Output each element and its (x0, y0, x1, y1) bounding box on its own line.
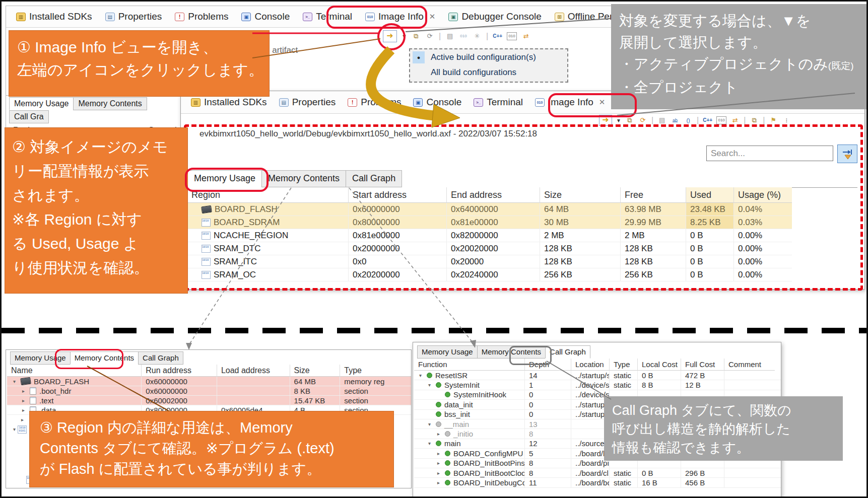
flag-icon[interactable]: ⚑ (769, 116, 778, 125)
tab-memory-usage[interactable]: Memory Usage (9, 97, 74, 110)
binary-view-icon[interactable]: 010 (507, 32, 517, 40)
tab-problems[interactable]: !Problems (348, 97, 401, 108)
tab-installed-sdks[interactable]: ▥Installed SDKs (16, 11, 92, 22)
file-binary-icon[interactable]: ▤ (445, 32, 454, 41)
cpp-icon[interactable]: C++ (493, 32, 502, 41)
refresh-icon[interactable]: ⟳ (638, 116, 647, 125)
chevron-right-icon[interactable]: ▸ (20, 407, 27, 413)
chevron-right-icon[interactable]: ▸ (435, 431, 442, 437)
console-icon: ▣ (413, 98, 423, 107)
tab-memory-usage[interactable]: Memory Usage (187, 170, 262, 187)
toolbar-separator: | (744, 116, 746, 125)
tab-problems[interactable]: !Problems (175, 11, 228, 22)
installed-sdks-icon: ▥ (191, 98, 201, 107)
ram-binary-icon: 1010 0101 (202, 219, 211, 227)
tab-memory-usage[interactable]: Memory Usage (10, 351, 71, 365)
build-config-target-icon[interactable]: ➜ (599, 115, 612, 126)
ram-binary-icon: 1010 0101 (202, 245, 211, 253)
chevron-down-icon[interactable]: ▾ (426, 421, 433, 427)
binary-search-icon[interactable]: 010 (459, 32, 468, 41)
tab-call-graph[interactable]: Call Graph (138, 351, 183, 365)
ram-binary-icon: 1010 0101 (18, 425, 27, 434)
table-row[interactable]: ▸.boot_hdr0x600000008 KBsection (7, 386, 411, 396)
pointer-icon[interactable]: ✳ (473, 32, 482, 41)
chevron-right-icon[interactable]: ▸ (435, 460, 442, 466)
tab-memory-contents[interactable]: Memory Contents (73, 97, 147, 110)
table-row[interactable]: 1010 0101NCACHE_REGION0x81e000000x820000… (187, 229, 792, 242)
overflow-menu-icon[interactable]: ⁝ (782, 116, 791, 125)
chevron-down-icon[interactable]: ▾ (11, 379, 18, 384)
view-tabbar: ▥Installed SDKs ▤Properties !Problems ▣C… (6, 6, 613, 28)
chevron-right-icon[interactable]: ▸ (435, 480, 442, 485)
table-row[interactable]: ▾SystemInit1../device/sy...static8 B12 B (414, 380, 781, 390)
filter-search-button[interactable] (837, 145, 857, 163)
filter-arrow-icon (842, 149, 853, 160)
text-search-icon[interactable]: a̲b̲ (671, 116, 680, 125)
file-binary-icon[interactable]: ▤ (657, 116, 666, 125)
symbols-icon[interactable]: () (684, 116, 693, 125)
dropdown-arrow-icon[interactable]: ▼ (616, 118, 621, 123)
chevron-right-icon[interactable]: ▸ (20, 398, 27, 403)
tab-memory-usage[interactable]: Memory Usage (417, 345, 478, 359)
table-row[interactable]: ▾ResetISR14../startup/s...static0 B472 B (414, 371, 781, 380)
table-row[interactable]: 1010 0101SRAM_OC0x202000000x20240000256 … (187, 268, 792, 281)
tab-properties[interactable]: ▤Properties (279, 97, 336, 108)
copy-icon[interactable]: ⧉ (412, 32, 421, 41)
table-row[interactable]: ▸.text0x6000200015.47 KBsection (7, 396, 411, 405)
function-dot-icon (445, 431, 450, 437)
chevron-right-icon[interactable]: ▸ (20, 388, 27, 394)
compare-icon[interactable]: ⇄ (521, 32, 530, 41)
chevron-right-icon[interactable]: ▸ (435, 451, 442, 456)
tab-properties[interactable]: ▤Properties (105, 11, 162, 22)
build-config-target-icon[interactable]: ➜ (383, 30, 397, 42)
function-dot-icon (445, 460, 450, 466)
menu-item-active-build[interactable]: ● Active build configuration(s) (410, 49, 567, 65)
table-row[interactable]: 1010 0101SRAM_DTC0x200000000x20020000128… (187, 242, 792, 255)
tab-call-graph[interactable]: Call Graph (346, 170, 402, 187)
chevron-down-icon[interactable]: ▾ (426, 441, 433, 446)
table-row[interactable]: ▸BOARD_InitDebugConso11../board/bo...sta… (414, 478, 781, 487)
search-input[interactable] (706, 146, 833, 161)
binary-view-icon[interactable]: 010 (716, 116, 726, 124)
chevron-right-icon[interactable]: ▸ (435, 470, 442, 476)
refresh-icon[interactable]: ⟳ (425, 32, 434, 41)
installed-sdks-icon: ▥ (16, 13, 26, 21)
chevron-down-icon[interactable]: ▾ (426, 382, 433, 388)
menu-item-all-build[interactable]: All build configurations (410, 65, 567, 80)
close-icon[interactable]: ✕ (429, 12, 436, 21)
tab-image-info[interactable]: 010Image Info✕ (365, 11, 435, 22)
function-dot-icon (445, 480, 450, 485)
tab-installed-sdks[interactable]: ▥Installed SDKs (191, 97, 267, 108)
tab-console[interactable]: ▣Console (241, 11, 290, 22)
tab-debugger-console[interactable]: ▣Debugger Console (448, 11, 541, 22)
dropdown-arrow-icon[interactable]: ▼ (402, 33, 407, 39)
tab-call-graph[interactable]: Call Gra (9, 110, 49, 123)
chevron-right-icon: ▸ (19, 417, 26, 422)
toolbar-separator: | (697, 116, 699, 125)
copy-icon[interactable]: ⧉ (625, 116, 634, 125)
tab-terminal[interactable]: >_Terminal (303, 11, 352, 22)
table-row[interactable]: ▸BOARD_InitBootClocks8../board/cl...stat… (414, 468, 781, 478)
section-icon (30, 387, 36, 395)
chevron-down-icon[interactable]: ▾ (417, 373, 424, 378)
table-row[interactable]: 1010 0101SRAM_ITC0x00x20000128 KB128 KB0… (187, 255, 792, 268)
tab-call-graph[interactable]: Call Graph (545, 345, 590, 359)
compare-icon[interactable]: ⇄ (730, 116, 740, 125)
function-dot-icon (436, 411, 441, 417)
tab-console[interactable]: ▣Console (413, 97, 461, 108)
function-dot-icon (445, 470, 450, 476)
tab-memory-contents[interactable]: Memory Contents (477, 345, 546, 359)
tab-memory-contents[interactable]: Memory Contents (70, 351, 139, 365)
tab-image-info[interactable]: 010Image Info✕ (535, 97, 605, 108)
toolbar-separator: | (486, 32, 488, 41)
tab-memory-contents[interactable]: Memory Contents (261, 170, 346, 187)
cpp-icon[interactable]: C++ (703, 116, 712, 125)
duplicate-icon[interactable]: ⧉ (750, 116, 759, 125)
table-row[interactable]: 1010 0101BOARD_SDRAM0x800000000x81e00000… (187, 216, 792, 229)
section-divider (2, 328, 868, 333)
function-dot-icon (445, 392, 450, 397)
tab-terminal[interactable]: >_Terminal (474, 97, 523, 108)
table-row[interactable]: ▾BOARD_FLASH0x6000000064 MBmemory reg (7, 377, 411, 386)
table-row[interactable]: BOARD_FLASH0x600000000x6400000064 MB63.9… (187, 203, 792, 216)
close-icon[interactable]: ✕ (599, 98, 606, 107)
